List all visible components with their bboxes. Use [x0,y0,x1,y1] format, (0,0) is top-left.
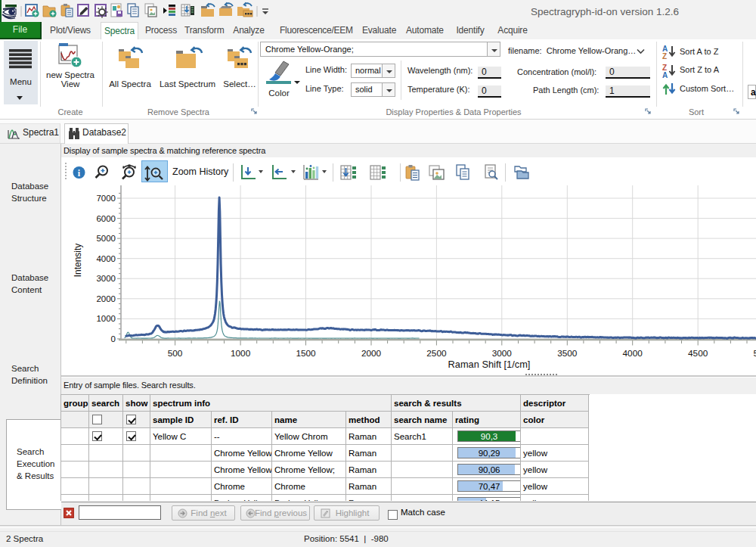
svg-text:4500: 4500 [688,348,708,359]
svg-text:5000: 5000 [96,234,116,243]
svg-text:3500: 3500 [557,348,578,359]
svg-text:3000: 3000 [96,274,116,283]
svg-text:Intensity: Intensity [73,244,83,278]
svg-text:Z: Z [662,52,667,60]
svg-text:1500: 1500 [296,348,316,359]
svg-text:7000: 7000 [96,194,116,203]
svg-text:4000: 4000 [96,254,116,263]
svg-text:4000: 4000 [623,348,643,359]
svg-text:1000: 1000 [231,348,251,359]
svg-text:2500: 2500 [426,348,447,359]
svg-text:6000: 6000 [96,214,116,223]
svg-text:5000: 5000 [753,348,756,359]
svg-text:A: A [662,71,668,79]
svg-text:0: 0 [111,334,116,343]
svg-text:3000: 3000 [492,348,513,359]
svg-text:2000: 2000 [361,348,382,359]
svg-text:Raman Shift [1/cm]: Raman Shift [1/cm] [448,359,531,370]
svg-text:1000: 1000 [96,314,116,323]
svg-text:500: 500 [168,348,183,359]
svg-text:2000: 2000 [96,294,116,303]
